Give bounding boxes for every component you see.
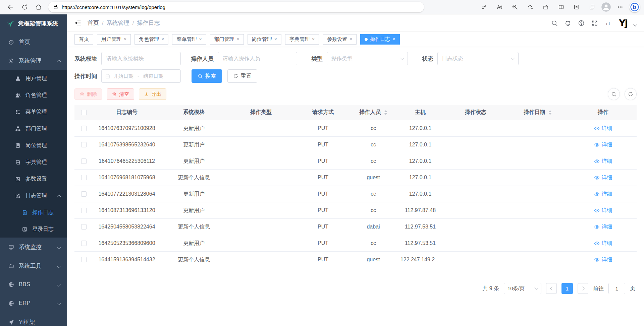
add-favorite-icon[interactable] <box>524 1 537 13</box>
row-checkbox[interactable] <box>81 126 87 131</box>
home-icon[interactable] <box>32 1 45 13</box>
detail-link[interactable]: 详细 <box>594 141 612 148</box>
reset-button[interactable]: 重置 <box>227 69 257 83</box>
row-checkbox[interactable] <box>81 175 87 180</box>
next-page-button[interactable] <box>578 283 588 294</box>
tag-tab-部门管理[interactable]: 部门管理× <box>210 34 244 45</box>
sidebar-item-home[interactable]: 首页 <box>0 32 67 51</box>
address-bar[interactable]: https://ccnetcore.com:1101/system/log/op… <box>48 2 424 12</box>
clear-button[interactable]: 清空 <box>107 88 134 100</box>
sidebar-item-dept-mgmt[interactable]: 部门管理 <box>0 120 67 137</box>
browser-menu-icon[interactable] <box>614 1 627 13</box>
sidebar-item-oper-log[interactable]: 操作日志 <box>0 204 67 221</box>
refresh-icon[interactable] <box>18 1 31 13</box>
password-key-icon[interactable] <box>478 1 490 13</box>
detail-link[interactable]: 详细 <box>594 207 612 214</box>
detail-link[interactable]: 详细 <box>594 174 612 181</box>
status-select[interactable]: 日志状态 <box>437 52 519 65</box>
close-icon[interactable]: × <box>392 37 395 42</box>
sort-carets-icon[interactable] <box>384 110 387 115</box>
back-icon[interactable] <box>4 1 17 13</box>
sidebar-item-bbs[interactable]: BBS <box>0 275 67 294</box>
extensions-icon[interactable] <box>539 1 552 13</box>
module-input[interactable] <box>101 52 181 65</box>
detail-link[interactable]: 详细 <box>594 240 612 247</box>
row-checkbox[interactable] <box>81 208 87 213</box>
show-search-button[interactable] <box>608 88 620 100</box>
sidebar-item-sys-monitor[interactable]: 系统监控 <box>0 238 67 256</box>
sidebar-item-param-settings[interactable]: 参数设置 <box>0 171 67 187</box>
current-page[interactable]: 1 <box>561 283 573 294</box>
read-aloud-icon[interactable] <box>493 1 506 13</box>
sidebar-item-erp[interactable]: ERP <box>0 294 67 313</box>
row-checkbox[interactable] <box>81 142 87 147</box>
fullscreen-icon[interactable] <box>591 20 598 26</box>
sidebar-item-menu-mgmt[interactable]: 菜单管理 <box>0 104 67 120</box>
close-icon[interactable]: × <box>237 37 239 42</box>
detail-link[interactable]: 详细 <box>594 191 612 198</box>
collections-icon[interactable] <box>586 1 598 13</box>
zoom-out-icon[interactable] <box>508 1 521 13</box>
tag-tab-岗位管理[interactable]: 岗位管理× <box>248 34 281 45</box>
close-icon[interactable]: × <box>312 37 315 42</box>
tag-tab-字典管理[interactable]: 字典管理× <box>285 34 319 45</box>
sidebar-item-login-log[interactable]: 登录日志 <box>0 221 67 238</box>
search-icon <box>611 91 616 97</box>
browser-profile-avatar[interactable] <box>601 2 611 12</box>
prev-page-button[interactable] <box>546 283 557 294</box>
row-checkbox[interactable] <box>81 158 87 164</box>
font-size-icon[interactable]: TT <box>605 20 612 26</box>
search-icon[interactable] <box>551 20 558 26</box>
sidebar-item-role-mgmt[interactable]: 角色管理 <box>0 87 67 104</box>
row-checkbox[interactable] <box>81 191 87 197</box>
menu-fold-icon[interactable] <box>74 19 82 26</box>
tag-tab-参数设置[interactable]: 参数设置× <box>323 34 357 45</box>
sort-carets-icon[interactable] <box>548 110 552 115</box>
refresh-table-button[interactable] <box>625 88 637 100</box>
sidebar-item-post-mgmt[interactable]: 岗位管理 <box>0 137 67 154</box>
detail-link[interactable]: 详细 <box>594 158 612 165</box>
goto-page-input[interactable] <box>608 283 625 294</box>
sidebar-item-dict-mgmt[interactable]: 字典管理 <box>0 154 67 171</box>
row-checkbox[interactable] <box>81 257 87 262</box>
cell-checkbox <box>74 191 93 197</box>
close-icon[interactable]: × <box>199 37 202 42</box>
row-checkbox[interactable] <box>81 241 87 246</box>
close-icon[interactable]: × <box>124 37 126 42</box>
column-header-label: 主机 <box>415 109 426 116</box>
row-checkbox[interactable] <box>81 224 87 230</box>
page-size-select[interactable]: 10条/页 <box>504 283 541 294</box>
close-icon[interactable]: × <box>161 37 164 42</box>
chevron-down-icon[interactable] <box>633 22 637 26</box>
detail-link[interactable]: 详细 <box>594 223 612 231</box>
help-icon[interactable] <box>578 20 585 26</box>
tag-tab-菜单管理[interactable]: 菜单管理× <box>172 34 206 45</box>
breadcrumb-item[interactable]: 首页 <box>88 19 99 27</box>
tag-tab-角色管理[interactable]: 角色管理× <box>135 34 168 45</box>
user-logo[interactable]: Yj <box>619 18 627 28</box>
delete-button[interactable]: 删除 <box>74 88 102 100</box>
sidebar-item-log-mgmt[interactable]: 日志管理 <box>0 187 67 204</box>
date-range-input[interactable]: 开始日期 - 结束日期 <box>101 69 181 83</box>
close-icon[interactable]: × <box>350 37 352 42</box>
bing-chat-icon[interactable]: b <box>629 2 640 12</box>
tag-tab-操作日志[interactable]: 操作日志× <box>360 34 399 45</box>
tag-tab-首页[interactable]: 首页 <box>74 34 93 45</box>
export-button[interactable]: 导出 <box>139 88 166 100</box>
split-screen-icon[interactable] <box>555 1 568 13</box>
detail-link[interactable]: 详细 <box>594 125 612 132</box>
detail-link[interactable]: 详细 <box>594 256 612 263</box>
sidebar-item-system-mgmt[interactable]: 系统管理 <box>0 51 67 70</box>
sidebar-item-yi-framework[interactable]: Yi框架 <box>0 313 67 326</box>
close-icon[interactable]: × <box>274 37 277 42</box>
sidebar-item-user-mgmt[interactable]: 用户管理 <box>0 70 67 87</box>
favorites-bar-icon[interactable] <box>570 1 583 13</box>
operator-input[interactable] <box>218 52 297 65</box>
type-select[interactable]: 操作类型 <box>327 52 408 65</box>
select-all-checkbox[interactable] <box>81 110 87 115</box>
search-button[interactable]: 搜索 <box>192 69 222 83</box>
github-icon[interactable] <box>565 20 571 26</box>
tag-tab-用户管理[interactable]: 用户管理× <box>97 34 131 45</box>
sidebar-item-sys-tools[interactable]: 系统工具 <box>0 256 67 275</box>
app-logo[interactable]: 意框架管理系统 <box>0 14 67 32</box>
